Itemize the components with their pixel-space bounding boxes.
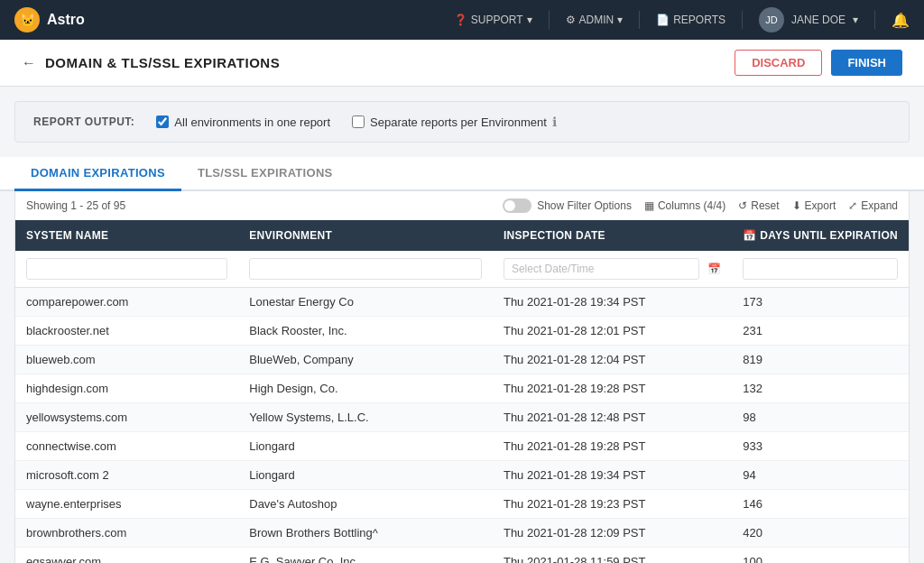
col-header-environment[interactable]: ENVIRONMENT bbox=[238, 220, 493, 251]
table-toolbar-right: Show Filter Options ▦ Columns (4/4) ↺ Re… bbox=[503, 198, 898, 213]
tab-domain-expirations[interactable]: DOMAIN EXPIRATIONS bbox=[14, 157, 181, 191]
page-header-right: DISCARD FInIsH bbox=[735, 50, 902, 76]
cell-days: 146 bbox=[732, 490, 909, 519]
filter-input-system[interactable] bbox=[26, 258, 227, 280]
filter-toggle-label: Show Filter Options bbox=[537, 199, 632, 212]
col-header-system[interactable]: SYSTEM NAME bbox=[15, 220, 238, 251]
support-label: SUPPORT bbox=[471, 14, 523, 26]
table-row: highdesign.com High Design, Co. Thu 2021… bbox=[15, 374, 909, 403]
nav-separator-3 bbox=[742, 11, 743, 29]
calendar-icon[interactable]: 📅 bbox=[707, 263, 721, 275]
reset-action[interactable]: ↺ Reset bbox=[738, 199, 779, 212]
table-row: blueweb.com BlueWeb, Company Thu 2021-01… bbox=[15, 346, 909, 374]
filter-row: 📅 bbox=[15, 251, 909, 288]
columns-action[interactable]: ▦ Columns (4/4) bbox=[644, 199, 725, 212]
bell-icon[interactable]: 🔔 bbox=[892, 12, 910, 29]
all-environments-label: All environments in one report bbox=[174, 115, 330, 129]
reset-icon: ↺ bbox=[738, 199, 747, 212]
export-action[interactable]: ⬇ Export bbox=[792, 199, 836, 212]
cell-days: 94 bbox=[732, 461, 909, 490]
info-icon[interactable]: ℹ bbox=[552, 115, 557, 129]
user-section[interactable]: JD JANE DOE ▾ bbox=[759, 7, 858, 32]
admin-label: ADMIN bbox=[579, 14, 614, 26]
separate-reports-checkbox[interactable] bbox=[352, 115, 365, 128]
table-row: egsawyer.com E.G. Sawyer Co. Inc. Thu 20… bbox=[15, 548, 909, 564]
cell-system: blueweb.com bbox=[15, 346, 238, 374]
page-header-left: ← DOMAIN & TLS/SSL EXPIRATIONS bbox=[22, 55, 280, 71]
separate-reports-label: Separate reports per Environment bbox=[370, 115, 547, 129]
discard-button[interactable]: DISCARD bbox=[735, 50, 822, 76]
col-header-days[interactable]: 📅 DAYS UNTIL EXPIRATION bbox=[732, 220, 909, 251]
cell-inspection-date: Thu 2021-01-28 11:59 PST bbox=[493, 548, 732, 564]
date-filter-wrap: 📅 bbox=[504, 258, 721, 280]
report-output-label: REPORT OUTPUT: bbox=[33, 115, 134, 128]
all-environments-option[interactable]: All environments in one report bbox=[156, 115, 330, 129]
cell-days: 98 bbox=[732, 403, 909, 432]
cell-environment: Liongard bbox=[238, 461, 493, 490]
brand-logo: 🐱 bbox=[14, 7, 40, 32]
all-environments-checkbox[interactable] bbox=[156, 115, 169, 128]
topnav: 🐱 Astro ❓ SUPPORT ▾ ⚙ ADMIN ▾ 📄 REPORTS … bbox=[0, 0, 924, 40]
back-arrow-icon[interactable]: ← bbox=[22, 55, 36, 71]
filter-cell-system[interactable] bbox=[15, 251, 238, 288]
cell-system: blackrooster.net bbox=[15, 317, 238, 346]
table-row: connectwise.com Liongard Thu 2021-01-28 … bbox=[15, 432, 909, 461]
report-output-bar: REPORT OUTPUT: All environments in one r… bbox=[14, 101, 910, 143]
page-title: DOMAIN & TLS/SSL EXPIRATIONS bbox=[45, 55, 280, 70]
columns-icon: ▦ bbox=[644, 199, 654, 212]
cell-days: 933 bbox=[732, 432, 909, 461]
tab-tls-expirations[interactable]: TLS/SSL EXPIRATIONS bbox=[181, 157, 349, 191]
cell-system: egsawyer.com bbox=[15, 548, 238, 564]
filter-cell-days[interactable] bbox=[732, 251, 909, 288]
table-row: yellowsystems.com Yellow Systems, L.L.C.… bbox=[15, 403, 909, 432]
user-name: JANE DOE bbox=[791, 14, 845, 26]
expand-label: Expand bbox=[861, 199, 898, 212]
export-label: Export bbox=[805, 199, 836, 212]
admin-chevron-icon: ▾ bbox=[617, 14, 623, 26]
cell-system: yellowsystems.com bbox=[15, 403, 238, 432]
separate-reports-option[interactable]: Separate reports per Environment ℹ bbox=[352, 115, 557, 129]
cell-environment: High Design, Co. bbox=[238, 374, 493, 403]
cell-system: wayne.enterprises bbox=[15, 490, 238, 519]
reports-icon: 📄 bbox=[656, 14, 670, 26]
cell-inspection-date: Thu 2021-01-28 12:04 PST bbox=[493, 346, 732, 374]
reports-nav-item[interactable]: 📄 REPORTS bbox=[656, 14, 725, 26]
support-nav-item[interactable]: ❓ SUPPORT ▾ bbox=[454, 14, 532, 26]
col-header-inspection-date[interactable]: INSPECTION DATE bbox=[493, 220, 732, 251]
filter-cell-environment[interactable] bbox=[238, 251, 493, 288]
cell-inspection-date: Thu 2021-01-28 12:09 PST bbox=[493, 519, 732, 548]
table-header-row: SYSTEM NAME ENVIRONMENT INSPECTION DATE … bbox=[15, 220, 909, 251]
cell-system: highdesign.com bbox=[15, 374, 238, 403]
toggle-track[interactable] bbox=[503, 198, 531, 213]
tabs-bar: DOMAIN EXPIRATIONS TLS/SSL EXPIRATIONS bbox=[0, 157, 924, 191]
filter-cell-date[interactable]: 📅 bbox=[493, 251, 732, 288]
user-initials: JD bbox=[765, 14, 777, 25]
support-chevron-icon: ▾ bbox=[527, 14, 532, 26]
cell-days: 100 bbox=[732, 548, 909, 564]
finish-button[interactable]: FInIsH bbox=[831, 50, 902, 76]
gear-icon: ⚙ bbox=[566, 14, 576, 26]
avatar: JD bbox=[759, 7, 784, 32]
nav-separator-4 bbox=[874, 11, 875, 29]
nav-separator-1 bbox=[549, 11, 550, 29]
cell-inspection-date: Thu 2021-01-28 19:34 PST bbox=[493, 288, 732, 317]
table-toolbar: Showing 1 - 25 of 95 Show Filter Options… bbox=[15, 191, 909, 220]
brand-name: Astro bbox=[47, 12, 85, 28]
cell-environment: Yellow Systems, L.L.C. bbox=[238, 403, 493, 432]
filter-input-days[interactable] bbox=[743, 258, 898, 280]
toggle-thumb bbox=[504, 200, 515, 211]
table-row: brownbrothers.com Brown Brothers Bottlin… bbox=[15, 519, 909, 548]
expand-action[interactable]: ⤢ Expand bbox=[848, 199, 898, 212]
admin-nav-item[interactable]: ⚙ ADMIN ▾ bbox=[566, 14, 624, 26]
reports-label: REPORTS bbox=[673, 14, 725, 26]
cell-system: brownbrothers.com bbox=[15, 519, 238, 548]
expand-icon: ⤢ bbox=[848, 199, 857, 212]
filter-input-environment[interactable] bbox=[249, 258, 482, 280]
cell-system: microsoft.com 2 bbox=[15, 461, 238, 490]
table-row: wayne.enterprises Dave's Autoshop Thu 20… bbox=[15, 490, 909, 519]
topnav-actions: ❓ SUPPORT ▾ ⚙ ADMIN ▾ 📄 REPORTS JD JANE … bbox=[454, 7, 910, 32]
table-row: comparepower.com Lonestar Energy Co Thu … bbox=[15, 288, 909, 317]
filter-input-date[interactable] bbox=[504, 258, 699, 280]
filter-toggle[interactable]: Show Filter Options bbox=[503, 198, 632, 213]
user-chevron-icon: ▾ bbox=[853, 14, 858, 26]
